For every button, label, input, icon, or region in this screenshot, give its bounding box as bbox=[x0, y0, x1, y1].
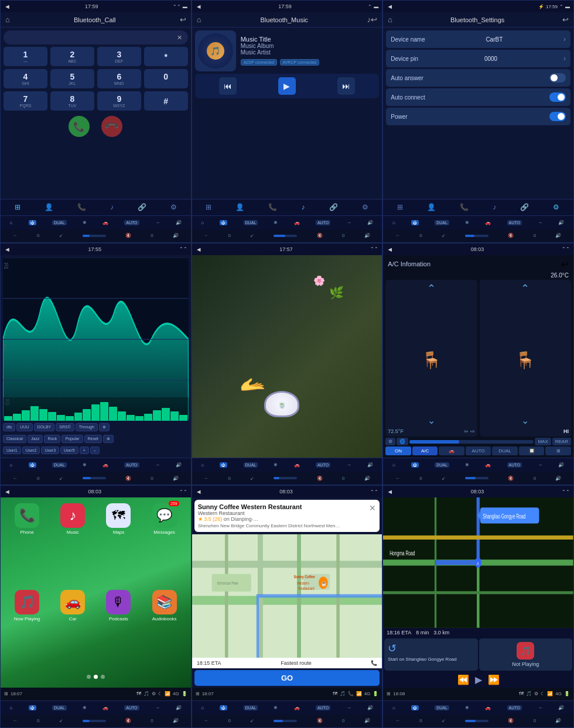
carplay-settings-icon[interactable]: ⚙ bbox=[152, 691, 156, 696]
ctrl-arrow-3[interactable]: → bbox=[538, 220, 542, 225]
toggle-power[interactable] bbox=[549, 112, 566, 121]
dot-2[interactable] bbox=[94, 675, 98, 679]
ctrl-auto-2[interactable]: AUTO bbox=[316, 220, 330, 225]
ctrl-vol-8[interactable]: 🔊 bbox=[367, 705, 373, 710]
ctrl-dual-9[interactable]: DUAL bbox=[435, 705, 449, 710]
ctrl-home-7[interactable]: ⌂ bbox=[10, 705, 13, 710]
carplay-music-icon2[interactable]: 🎵 bbox=[144, 691, 149, 696]
rb-back-4[interactable]: ← bbox=[13, 476, 18, 481]
eq-user1[interactable]: User1 bbox=[3, 447, 21, 454]
ctrl-car-1[interactable]: 🚗 bbox=[102, 220, 108, 225]
dial-8[interactable]: 8TUV bbox=[50, 91, 94, 111]
call-button[interactable]: 📞 bbox=[69, 116, 90, 137]
rb-back-6[interactable]: ← bbox=[395, 476, 400, 481]
eq-jazz[interactable]: Jazz bbox=[28, 435, 43, 443]
ctrl-arrow-6[interactable]: → bbox=[538, 462, 542, 468]
back-arrow-8[interactable]: ◄ bbox=[196, 488, 202, 495]
back-arrow-6[interactable]: ◄ bbox=[387, 246, 393, 253]
ctrl-arrow-8[interactable]: → bbox=[346, 705, 351, 710]
ctrl-arrow-2[interactable]: → bbox=[346, 220, 351, 225]
app-audiobooks[interactable]: 📚 Audiobooks bbox=[144, 590, 184, 672]
ctrl-power-8[interactable]: ⏻ bbox=[220, 705, 227, 710]
ctrl-car-3[interactable]: 🚗 bbox=[485, 220, 491, 225]
ctrl-home-4[interactable]: ⌂ bbox=[10, 462, 13, 468]
eq-dolby[interactable]: DOLBY bbox=[34, 423, 55, 431]
ctrl-snow-4[interactable]: ❄ bbox=[83, 462, 87, 468]
phone-icon-poi[interactable]: 📞 bbox=[371, 660, 377, 666]
ctrl-dual-1[interactable]: DUAL bbox=[52, 220, 67, 225]
dial-6[interactable]: 6MNO bbox=[97, 69, 141, 88]
ctrl-vol-5[interactable]: 🔊 bbox=[367, 462, 373, 468]
ctrl-vol-3[interactable]: 🔊 bbox=[558, 220, 564, 225]
toggle-auto-answer[interactable] bbox=[549, 73, 566, 83]
eq-user2[interactable]: User2 bbox=[22, 447, 40, 454]
home-icon-3[interactable]: ⌂ bbox=[388, 15, 392, 24]
ctrl-dual-3[interactable]: DUAL bbox=[435, 220, 449, 225]
eq-uuu[interactable]: UUU bbox=[16, 423, 32, 431]
rb-back-3[interactable]: ← bbox=[395, 233, 400, 238]
rb-vol-8[interactable]: 🔊 bbox=[364, 718, 370, 723]
rb-vol-7[interactable]: 🔊 bbox=[173, 718, 179, 723]
fan-progress-bar[interactable] bbox=[409, 440, 534, 444]
setting-device-name[interactable]: Device name CarBT › bbox=[386, 30, 570, 48]
back-arrow-9[interactable]: ◄ bbox=[387, 488, 393, 495]
rb-back-2[interactable]: ← bbox=[204, 233, 209, 238]
rb-back-5[interactable]: ← bbox=[204, 476, 209, 481]
prev-button[interactable]: ⏮ bbox=[219, 77, 237, 95]
dial-2[interactable]: 2ABC bbox=[50, 47, 94, 66]
ctrl-car-4[interactable]: 🚗 bbox=[102, 462, 108, 468]
nav-phone-icon[interactable]: 📞 bbox=[77, 203, 86, 211]
home-icon-2[interactable]: ⌂ bbox=[197, 15, 201, 24]
ctrl-dual-8[interactable]: DUAL bbox=[244, 705, 258, 710]
ctrl-home-3[interactable]: ⌂ bbox=[392, 220, 395, 225]
media-forward[interactable]: ⏩ bbox=[488, 674, 500, 685]
nav2-link-icon[interactable]: 🔗 bbox=[329, 203, 338, 211]
ctrl-dual-7[interactable]: DUAL bbox=[52, 705, 67, 710]
back-arrow-2[interactable]: ◄ bbox=[196, 3, 202, 10]
ctrl-auto-6[interactable]: AUTO bbox=[507, 462, 522, 468]
ctrl-vol-9[interactable]: 🔊 bbox=[558, 705, 564, 710]
nav3-user-icon[interactable]: 👤 bbox=[427, 203, 436, 211]
back-icon-2[interactable]: ↩ bbox=[371, 15, 377, 24]
ctrl-vol-1[interactable]: 🔊 bbox=[176, 220, 182, 225]
dial-5[interactable]: 5JKL bbox=[50, 69, 94, 88]
go-button[interactable]: GO bbox=[194, 670, 380, 686]
ac-rear-btn[interactable]: REAR bbox=[552, 438, 571, 445]
eq-popular[interactable]: Popular bbox=[62, 435, 83, 443]
ctrl-snow-3[interactable]: ❄ bbox=[465, 220, 469, 225]
nav3-grid-icon[interactable]: ⊞ bbox=[397, 203, 403, 211]
eq-classical[interactable]: Classical bbox=[3, 435, 26, 443]
ctrl-power-4[interactable]: ⏻ bbox=[29, 462, 36, 468]
eq-extra[interactable]: ⊕ bbox=[99, 423, 110, 431]
ctrl-auto-4[interactable]: AUTO bbox=[124, 462, 139, 468]
dial-4[interactable]: 4GHI bbox=[4, 69, 47, 88]
rb-vol-2[interactable]: 🔊 bbox=[364, 233, 370, 238]
ctrl-vol-2[interactable]: 🔊 bbox=[367, 220, 373, 225]
ctrl-power-2[interactable]: ⏻ bbox=[220, 220, 227, 225]
back-arrow-4[interactable]: ◄ bbox=[4, 246, 11, 253]
ctrl-power-1[interactable]: ⏻ bbox=[29, 220, 36, 225]
dial-9[interactable]: 9WXYZ bbox=[97, 91, 141, 111]
media-rewind[interactable]: ⏪ bbox=[457, 674, 469, 685]
clear-button[interactable]: ✕ bbox=[177, 34, 182, 42]
dial-star[interactable]: * bbox=[144, 47, 188, 66]
ctrl-power-7[interactable]: ⏻ bbox=[29, 705, 36, 710]
ctrl-home-1[interactable]: ⌂ bbox=[10, 220, 13, 225]
back-arrow-1[interactable]: ◄ bbox=[4, 3, 11, 10]
app-maps[interactable]: 🗺 Maps bbox=[98, 503, 139, 585]
rb-vol-6[interactable]: 🔊 bbox=[555, 476, 561, 481]
dot-1[interactable] bbox=[87, 675, 91, 679]
ctrl-snow-6[interactable]: ❄ bbox=[465, 462, 469, 468]
maps-icon2[interactable]: 🗺 bbox=[333, 691, 337, 696]
ctrl-home-2[interactable]: ⌂ bbox=[201, 220, 204, 225]
eq-add[interactable]: + bbox=[80, 447, 89, 454]
rb-back-9[interactable]: ← bbox=[395, 718, 400, 723]
ctrl-car-8[interactable]: 🚗 bbox=[294, 705, 300, 710]
ac-on-btn[interactable]: ON bbox=[385, 447, 411, 455]
ac-ac-btn[interactable]: A/C bbox=[412, 447, 438, 455]
ac-dual-btn[interactable]: DUAL bbox=[492, 447, 518, 455]
back-arrow-3[interactable]: ◄ bbox=[387, 3, 393, 10]
ctrl-vol-6[interactable]: 🔊 bbox=[558, 462, 564, 468]
ctrl-arrow-1[interactable]: → bbox=[155, 220, 160, 225]
carplay-grid-icon[interactable]: ⊞ bbox=[4, 691, 8, 696]
